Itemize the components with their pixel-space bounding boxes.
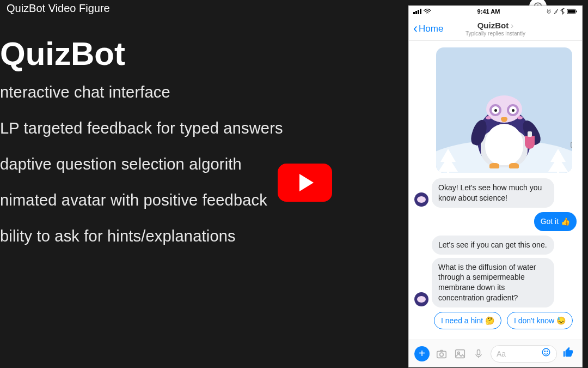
quick-reply-idk[interactable]: I don't know 😓 <box>507 312 573 329</box>
add-button[interactable]: + <box>414 346 430 361</box>
svg-rect-5 <box>571 142 572 147</box>
wifi-icon <box>424 9 431 14</box>
chevron-left-icon: ‹ <box>413 22 418 35</box>
chat-subtitle: Typically replies instantly <box>465 31 525 37</box>
share-icon[interactable] <box>566 134 572 152</box>
video-player-frame[interactable]: QuizBot Video Figure Ver más tarde QuizB… <box>0 0 588 368</box>
bot-avatar-icon[interactable] <box>414 292 428 306</box>
bullet-item: nimated avatar with positive feedback <box>0 192 283 209</box>
gallery-icon[interactable] <box>454 347 467 360</box>
status-time: 9:41 AM <box>477 8 500 15</box>
chat-title[interactable]: QuizBot <box>465 21 525 30</box>
chat-body[interactable]: Okay! Let's see how much you know about … <box>409 41 582 340</box>
battery-icon <box>567 9 578 14</box>
penguin-avatar <box>471 86 537 167</box>
message-row: Okay! Let's see how much you know about … <box>414 178 577 208</box>
quick-reply-hint[interactable]: I need a hint 🤔 <box>434 312 501 329</box>
svg-point-12 <box>544 351 546 352</box>
back-label: Home <box>419 23 443 34</box>
play-button[interactable] <box>278 164 332 202</box>
video-title: QuizBot Video Figure <box>7 2 110 15</box>
mic-icon[interactable] <box>472 347 485 360</box>
slide-bullets: nteractive chat interface LP targeted fe… <box>0 84 283 263</box>
bullet-item: bility to ask for hints/explanations <box>0 228 283 245</box>
svg-point-11 <box>542 348 550 356</box>
bot-message: What is the diffusion of water through a… <box>432 258 554 308</box>
svg-rect-10 <box>477 349 480 354</box>
svg-rect-4 <box>568 10 575 13</box>
bullet-item: nteractive chat interface <box>0 84 283 101</box>
message-placeholder: Aa <box>497 349 506 358</box>
bullet-item: daptive question selection algorith <box>0 156 283 173</box>
flask-icon <box>525 136 535 149</box>
bullet-item: LP targeted feedback for typed answers <box>0 120 283 137</box>
phone-mockup: 9:41 AM ‹ Home QuizBot Typically replies… <box>408 5 583 367</box>
message-row: Got it 👍 <box>414 212 577 231</box>
location-icon <box>554 9 558 14</box>
svg-point-13 <box>547 351 548 352</box>
composer-bar: + Aa <box>409 340 582 367</box>
svg-rect-3 <box>576 10 577 12</box>
user-message: Got it 👍 <box>534 212 577 231</box>
signal-icon <box>413 9 421 14</box>
chat-header: ‹ Home QuizBot Typically replies instant… <box>409 17 582 41</box>
bot-message: Let's see if you can get this one. <box>432 236 554 255</box>
svg-rect-6 <box>437 351 446 358</box>
bot-message: Okay! Let's see how much you know about … <box>432 178 554 208</box>
svg-point-7 <box>440 353 443 356</box>
quick-reply-row: I need a hint 🤔 I don't know 😓 <box>434 312 577 329</box>
svg-rect-8 <box>456 349 465 358</box>
message-row: Let's see if you can get this one. What … <box>414 236 577 307</box>
status-bar: 9:41 AM <box>409 6 582 17</box>
alarm-icon <box>546 9 552 14</box>
play-icon <box>299 174 314 191</box>
bluetooth-icon <box>560 8 565 15</box>
slide-heading: QuizBot <box>0 35 125 73</box>
camera-icon[interactable] <box>435 347 448 360</box>
emoji-icon[interactable] <box>541 347 551 360</box>
message-input[interactable]: Aa <box>491 345 557 363</box>
bot-hero-image[interactable] <box>436 47 572 173</box>
bot-avatar-icon[interactable] <box>414 192 428 207</box>
back-button[interactable]: ‹ Home <box>413 22 443 35</box>
like-button[interactable] <box>562 346 577 361</box>
